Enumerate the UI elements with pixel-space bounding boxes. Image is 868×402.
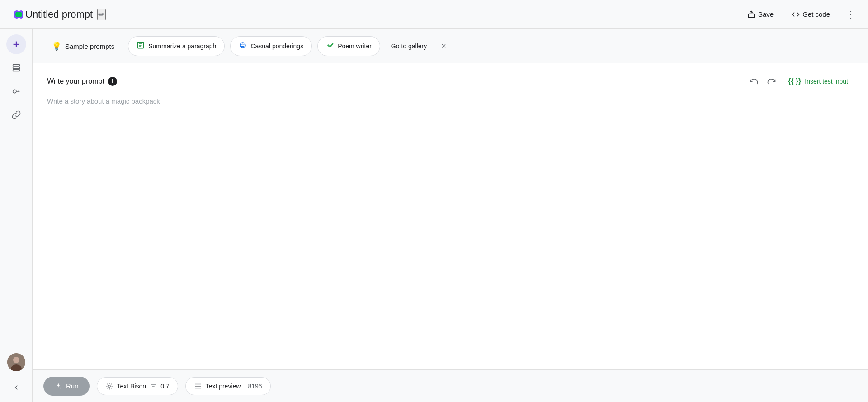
add-icon [11,39,21,49]
sidebar-item-keys[interactable] [6,81,26,101]
user-avatar[interactable] [7,353,25,371]
chips-bar: 💡 Sample prompts Summarize a paragraph [33,29,868,63]
undo-button[interactable] [746,74,761,89]
lines-icon [194,382,202,390]
redo-icon [767,77,776,86]
run-button[interactable]: Run [43,377,90,396]
app-header: Untitled prompt ✏ Save Get code ⋮ [0,0,868,29]
chevron-left-icon [12,383,20,392]
sidebar-item-new-prompt[interactable] [6,34,26,54]
header-title-area: Untitled prompt ✏ [25,9,742,20]
edit-title-button[interactable]: ✏ [97,9,106,20]
filter-icon [150,383,157,390]
undo-icon [749,77,758,86]
editor-header: Write your prompt i [47,74,854,89]
sidebar [0,29,33,402]
bottom-bar: Run Text Bison 0.7 [33,369,868,402]
key-icon [11,86,21,96]
svg-point-8 [13,357,19,363]
save-icon [747,10,755,19]
sample-prompts-button[interactable]: 💡 Sample prompts [43,37,123,56]
chips-close-button[interactable]: × [439,40,448,53]
avatar-image [7,353,25,371]
svg-rect-3 [13,65,19,66]
casual-icon [239,41,247,51]
editor-area: Write your prompt i [33,63,868,369]
main-layout: 💡 Sample prompts Summarize a paragraph [0,29,868,402]
editor-title: Write your prompt i [47,77,117,86]
summarize-icon [137,41,145,51]
sidebar-collapse-button[interactable] [7,378,25,397]
chip-casual[interactable]: Casual ponderings [230,36,312,56]
sidebar-item-links[interactable] [6,105,26,125]
main-content: 💡 Sample prompts Summarize a paragraph [33,29,868,402]
app-logo [9,6,25,23]
more-options-button[interactable]: ⋮ [843,7,859,22]
stack-icon [11,63,21,73]
link-icon [11,110,21,120]
svg-point-12 [108,385,110,387]
insert-test-input-button[interactable]: {{ }} Insert test input [783,75,854,88]
model-icon [105,382,113,390]
model-selector-button[interactable]: Text Bison 0.7 [97,377,178,395]
code-icon [792,10,800,19]
prompt-textarea[interactable] [47,96,854,359]
get-code-button[interactable]: Get code [786,8,835,21]
svg-rect-0 [748,14,755,17]
page-title: Untitled prompt [25,9,93,20]
sparkle-icon [54,382,62,390]
text-preview-button[interactable]: Text preview 8196 [185,377,271,395]
info-icon[interactable]: i [108,77,117,86]
go-to-gallery-button[interactable]: Go to gallery [386,39,432,53]
braces-icon: {{ }} [788,77,801,85]
svg-point-11 [240,43,245,48]
lightbulb-icon: 💡 [52,41,61,51]
svg-point-6 [13,90,16,93]
save-button[interactable]: Save [742,8,779,21]
svg-rect-4 [13,67,19,69]
chip-poem[interactable]: Poem writer [317,36,380,56]
header-actions: Save Get code ⋮ [742,7,859,22]
editor-tools: {{ }} Insert test input [746,74,854,89]
sidebar-item-library[interactable] [6,58,26,78]
chip-summarize[interactable]: Summarize a paragraph [128,36,225,56]
svg-rect-5 [13,70,19,71]
redo-button[interactable] [764,74,779,89]
poem-icon [326,41,334,51]
